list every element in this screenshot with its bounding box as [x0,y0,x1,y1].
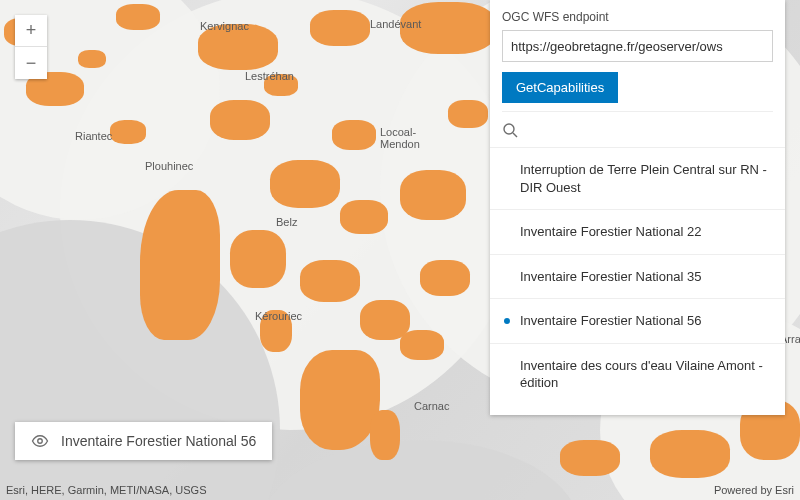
layer-item-label: Inventaire des cours d'eau Vilaine Amont… [520,357,773,392]
layer-search-input[interactable] [518,112,773,147]
place-label: Belz [276,216,297,228]
layer-item[interactable]: Inventaire Forestier National 56 [490,298,785,343]
attribution-esri: Powered by Esri [714,484,794,496]
layer-item-label: Inventaire Forestier National 35 [520,268,701,286]
place-label: Carnac [414,400,449,412]
layer-item-label: Inventaire Forestier National 22 [520,223,701,241]
place-label: Kérouriec [255,310,302,322]
endpoint-label: OGC WFS endpoint [502,10,773,24]
selection-dot [504,229,510,235]
zoom-controls: + − [15,15,47,79]
map-container[interactable]: Kervignac Landévant Lestréhan Riantec Pl… [0,0,800,500]
place-label: Landévant [370,18,421,30]
place-label: Kervignac [200,20,249,32]
active-layer-label: Inventaire Forestier National 56 [61,433,256,449]
active-layer-chip[interactable]: Inventaire Forestier National 56 [15,422,272,460]
endpoint-input[interactable] [502,30,773,62]
get-capabilities-button[interactable]: GetCapabilities [502,72,618,103]
place-label: Plouhinec [145,160,193,172]
selection-dot [504,318,510,324]
layer-item[interactable]: Interruption de Terre Plein Central sur … [490,147,785,209]
place-label: Riantec [75,130,112,142]
layer-item-label: Inventaire Forestier National 56 [520,312,701,330]
search-icon [502,122,518,138]
place-label: Locoal- Mendon [380,126,420,150]
place-label: Lestréhan [245,70,294,82]
attribution-sources: Esri, HERE, Garmin, METI/NASA, USGS [6,484,206,496]
zoom-out-button[interactable]: − [15,47,47,79]
layer-item[interactable]: Inventaire des cours d'eau Vilaine Amont… [490,343,785,405]
svg-point-2 [38,439,43,444]
layer-list[interactable]: Interruption de Terre Plein Central sur … [490,147,785,415]
wfs-panel: OGC WFS endpoint GetCapabilities Interru… [490,0,785,415]
zoom-in-button[interactable]: + [15,15,47,47]
eye-icon [31,432,49,450]
svg-point-0 [504,124,514,134]
selection-dot [504,273,510,279]
layer-item[interactable]: Inventaire Forestier National 35 [490,254,785,299]
layer-item-label: Interruption de Terre Plein Central sur … [520,161,773,196]
selection-dot [504,176,510,182]
svg-line-1 [513,133,517,137]
selection-dot [504,371,510,377]
layer-item[interactable]: Inventaire Forestier National 22 [490,209,785,254]
layer-search-row[interactable] [502,111,773,147]
